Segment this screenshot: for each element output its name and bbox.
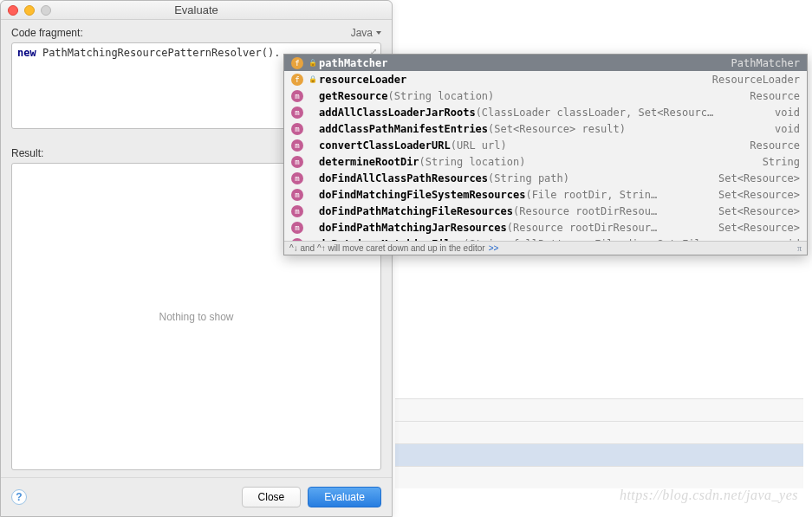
background-panels <box>395 398 803 488</box>
result-label: Result: <box>11 147 43 159</box>
completion-item[interactable]: mdoFindAllClassPathResources(String path… <box>284 170 807 186</box>
completion-params: (ClassLoader classLoader, Set<Resourc… <box>476 107 714 119</box>
panel-row <box>395 443 803 466</box>
panel-row <box>395 421 803 443</box>
completion-return-type: Set<Resource> <box>710 172 800 184</box>
completion-name: pathMatcher <box>319 57 387 69</box>
completion-params: (Resource rootDirResou… <box>513 205 657 217</box>
panel-row <box>395 398 803 421</box>
completion-return-type: void <box>766 107 800 119</box>
completion-name: convertClassLoaderURL <box>319 139 451 152</box>
completion-name: doFindAllClassPathResources <box>319 172 488 184</box>
completion-name: doFindPathMatchingFileResources <box>319 205 513 217</box>
method-icon: m <box>291 156 303 168</box>
completion-return-type: Set<Resource> <box>710 222 800 234</box>
window-title: Evaluate <box>1 3 392 16</box>
completion-item[interactable]: mdetermineRootDir(String location)String <box>284 153 807 170</box>
completion-name: addClassPathManifestEntries <box>319 123 488 135</box>
method-icon: m <box>291 222 303 234</box>
method-icon: m <box>291 205 303 217</box>
completion-item[interactable]: mdoFindMatchingFileSystemResources(File … <box>284 186 807 203</box>
zoom-window-icon <box>41 5 51 16</box>
dialog-footer: ? Close Evaluate <box>1 477 392 516</box>
code-keyword: new <box>17 47 36 59</box>
watermark-text: https://blog.csdn.net/java_yes <box>620 488 798 503</box>
completion-return-type: void <box>766 123 800 135</box>
completion-name: determineRootDir <box>319 156 419 168</box>
completion-params: (String path) <box>488 172 569 184</box>
completion-params: (String fullPattern, File dir, Set<File… <box>463 238 713 242</box>
completion-item[interactable]: mgetResource(String location)Resource <box>284 87 807 104</box>
completion-return-type: Set<Resource> <box>710 189 800 201</box>
completion-item[interactable]: maddAllClassLoaderJarRoots(ClassLoader c… <box>284 104 807 120</box>
footer-hint: ^↓ and ^↑ will move caret down and up in… <box>289 243 485 253</box>
minimize-window-icon[interactable] <box>24 5 35 16</box>
field-icon: f <box>291 74 303 86</box>
method-icon: m <box>291 139 303 152</box>
completion-popup: f🔒pathMatcherPathMatcherf🔒resourceLoader… <box>283 54 808 255</box>
lock-icon: 🔒 <box>309 59 315 67</box>
completion-return-type: ResourceLoader <box>704 74 800 86</box>
completion-return-type: PathMatcher <box>723 57 800 69</box>
method-icon: m <box>291 172 303 184</box>
fragment-label: Code fragment: <box>11 27 83 39</box>
evaluate-button[interactable]: Evaluate <box>308 487 381 507</box>
method-icon: m <box>291 90 303 102</box>
completion-name: doRetrieveMatchingFiles <box>319 238 463 242</box>
field-icon: f <box>291 57 303 69</box>
code-text: PathMatchingResourcePatternResolver(). <box>36 47 281 59</box>
footer-more-link[interactable]: >> <box>489 243 499 253</box>
method-icon: m <box>291 238 303 242</box>
completion-params: (File rootDir, Strin… <box>525 189 657 201</box>
completion-return-type: void <box>766 238 800 242</box>
language-selector[interactable]: Java <box>351 27 381 39</box>
completion-name: doFindPathMatchingJarResources <box>319 222 507 234</box>
method-icon: m <box>291 189 303 201</box>
close-button[interactable]: Close <box>242 487 302 507</box>
completion-return-type: Resource <box>741 90 800 102</box>
completion-footer: ^↓ and ^↑ will move caret down and up in… <box>284 241 807 255</box>
completion-name: getResource <box>319 90 387 102</box>
completion-name: addAllClassLoaderJarRoots <box>319 107 476 119</box>
empty-result-text: Nothing to show <box>159 311 233 323</box>
titlebar: Evaluate <box>1 1 392 20</box>
completion-name: doFindMatchingFileSystemResources <box>319 189 525 201</box>
completion-params: (Set<Resource> result) <box>488 123 626 135</box>
completion-params: (String location) <box>419 156 526 168</box>
completion-params: (URL url) <box>451 139 507 152</box>
panel-row <box>395 466 803 488</box>
completion-return-type: Resource <box>741 139 800 152</box>
completion-name: resourceLoader <box>319 74 406 86</box>
window-controls <box>1 5 51 16</box>
completion-params: (String location) <box>387 90 494 102</box>
completion-item[interactable]: mdoFindPathMatchingJarResources(Resource… <box>284 219 807 236</box>
completion-list[interactable]: f🔒pathMatcherPathMatcherf🔒resourceLoader… <box>284 55 807 241</box>
completion-item[interactable]: mconvertClassLoaderURL(URL url)Resource <box>284 137 807 153</box>
completion-return-type: Set<Resource> <box>710 205 800 217</box>
completion-params: (Resource rootDirResour… <box>507 222 657 234</box>
method-icon: m <box>291 123 303 135</box>
method-icon: m <box>291 107 303 119</box>
close-window-icon[interactable] <box>8 5 18 16</box>
language-label: Java <box>351 27 373 39</box>
completion-item[interactable]: f🔒pathMatcherPathMatcher <box>284 55 807 71</box>
completion-item[interactable]: f🔒resourceLoaderResourceLoader <box>284 71 807 87</box>
completion-return-type: String <box>754 156 800 168</box>
lock-icon: 🔒 <box>309 75 315 83</box>
pi-icon[interactable]: π <box>797 243 802 253</box>
completion-item[interactable]: mdoFindPathMatchingFileResources(Resourc… <box>284 203 807 219</box>
completion-item[interactable]: maddClassPathManifestEntries(Set<Resourc… <box>284 120 807 137</box>
help-icon[interactable]: ? <box>11 489 27 505</box>
fragment-header: Code fragment: Java <box>11 27 381 39</box>
